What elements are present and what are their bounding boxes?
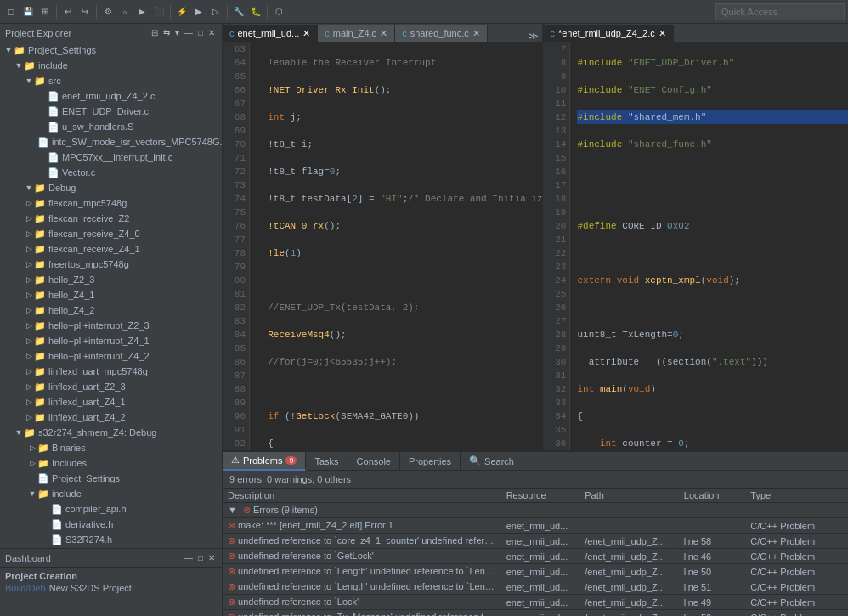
problems-icon: ⚠ <box>231 455 240 466</box>
tab-properties[interactable]: Properties <box>400 452 461 471</box>
right-code-view[interactable]: 7891011 1213141516 1718192021 2223242526… <box>543 42 848 450</box>
toolbar-btn-3[interactable]: ⊞ <box>37 4 53 20</box>
table-row[interactable]: ⊗ undefined reference to `GetLock' enet_… <box>223 549 848 564</box>
tree-item-freertos[interactable]: ▷ 📁 freertos_mpc5748g <box>0 257 222 272</box>
panel-maximize-btn[interactable]: □ <box>196 27 205 38</box>
toolbar-btn-13[interactable]: 🔧 <box>231 4 246 20</box>
tree-item-include2[interactable]: ▼ 📁 include <box>0 486 222 501</box>
panel-collapse-btn[interactable]: ⊟ <box>150 27 160 38</box>
toolbar-btn-5[interactable]: ↪ <box>77 4 93 20</box>
table-row[interactable]: ⊗ undefined reference to `Lock' enet_rmi… <box>223 595 848 610</box>
toolbar-sep-4 <box>227 5 228 19</box>
tree-item-enet-udp-driver[interactable]: 📄 ENET_UDP_Driver.c <box>0 104 222 119</box>
tree-item-flexcan[interactable]: ▷ 📁 flexcan_mpc5748g <box>0 195 222 211</box>
toolbar-btn-11[interactable]: ▶ <box>191 4 206 20</box>
tree-item-derivative[interactable]: 📄 derivative.h <box>0 517 222 532</box>
left-tab-enet-close[interactable]: ✕ <box>302 28 310 39</box>
problems-area[interactable]: 9 errors, 0 warnings, 0 others Descripti… <box>223 471 848 616</box>
panel-menu-btn[interactable]: ▾ <box>173 27 181 38</box>
table-row[interactable]: ⊗ undefined reference to `Length' undefi… <box>223 564 848 579</box>
tab-console[interactable]: Console <box>348 452 400 471</box>
rcode-line-13: #define CORE_ID 0x02 <box>577 219 848 233</box>
left-code-view[interactable]: 6364656667 6869707172 7374757677 7879808… <box>223 42 542 450</box>
tree-item-s32r274-debug[interactable]: ▼ 📁 s32r274_shmem_Z4: Debug <box>0 425 222 440</box>
left-tab-shared-close[interactable]: ✕ <box>472 28 480 39</box>
toolbar-btn-1[interactable]: ◻ <box>3 4 19 20</box>
left-code-lines: !enable the Receiver Interrupt !NET_Driv… <box>250 42 542 450</box>
panel-header-buttons: ⊟ ⇆ ▾ — □ ✕ <box>150 27 217 38</box>
tree-item-enet-file[interactable]: 📄 enet_rmii_udp_Z4_2.c <box>0 88 222 104</box>
tree-item-hello-pll-z23[interactable]: ▷ 📁 hello+pll+interrupt_Z2_3 <box>0 318 222 333</box>
left-tab-main[interactable]: c main_Z4.c ✕ <box>318 25 395 42</box>
toolbar-btn-6[interactable]: ⚙ <box>100 4 116 20</box>
tree-item-flexcan-z40[interactable]: ▷ 📁 flexcan_receive_Z4_0 <box>0 226 222 241</box>
toolbar-btn-9[interactable]: ⬛ <box>151 4 167 20</box>
tree-item-debug1[interactable]: ▼ 📁 Debug <box>0 180 222 195</box>
tree-item-linflexd[interactable]: ▷ 📁 linflexd_uart_mpc5748g <box>0 364 222 379</box>
left-tab-main-icon: c <box>325 28 330 38</box>
right-tab-enet[interactable]: c *enet_rmii_udp_Z4_2.c ✕ <box>543 25 673 42</box>
pane-tab-overflow[interactable]: ≫ <box>525 31 542 42</box>
toolbar-btn-7[interactable]: ⬦ <box>117 4 133 20</box>
tree-item-src[interactable]: ▼ 📁 src <box>0 73 222 88</box>
table-row[interactable]: ⊗ undefined reference to `Length' undefi… <box>223 579 848 595</box>
tree-item-vector[interactable]: 📄 Vector.c <box>0 165 222 180</box>
rcode-line-15: extern void xcptn_xmpl(void); <box>577 274 848 287</box>
tree-item-flexcan-z2[interactable]: ▷ 📁 flexcan_receive_Z2 <box>0 211 222 226</box>
toolbar-btn-14[interactable]: 🐛 <box>248 4 263 20</box>
tab-search[interactable]: 🔍 Search <box>461 452 523 471</box>
tree-item-linflexd-z23[interactable]: ▷ 📁 linflexd_uart_Z2_3 <box>0 379 222 394</box>
tree-item-project-settings[interactable]: ▼ 📁 Project_Settings <box>0 42 222 58</box>
toolbar-sep-2 <box>96 5 97 19</box>
dashboard-maximize-btn[interactable]: □ <box>196 552 205 563</box>
toolbar-btn-2[interactable]: 💾 <box>20 4 36 20</box>
dashboard-minimize-btn[interactable]: — <box>183 552 195 563</box>
toolbar-btn-10[interactable]: ⚡ <box>174 4 189 20</box>
table-row[interactable]: ⊗ make: *** [enet_rmii_Z4_2.elf] Error 1… <box>223 518 848 534</box>
error-group-row[interactable]: ▼ ⊗ Errors (9 items) <box>223 503 848 518</box>
tree-item-s32r274h[interactable]: 📄 S32R274.h <box>0 532 222 547</box>
tree-item-hello-z23[interactable]: ▷ 📁 hello_Z2_3 <box>0 272 222 287</box>
left-tab-enet[interactable]: c enet_rmii_ud... ✕ <box>223 25 318 42</box>
rcode-line-7: #include "ENET_UDP_Driver.h" <box>577 56 848 70</box>
tree-item-includes[interactable]: ▷ 📁 Includes <box>0 455 222 471</box>
code-line-64: !NET_Driver_Rx_Init(); <box>257 83 542 97</box>
tree-item-hello-z41[interactable]: ▷ 📁 hello_Z4_1 <box>0 287 222 302</box>
tree-item-binaries[interactable]: ▷ 📁 Binaries <box>0 440 222 455</box>
tree-item-include[interactable]: ▼ 📁 include <box>0 58 222 73</box>
err-path-7: /enet_rmii_udp_Z... <box>579 610 679 617</box>
right-tab-close[interactable]: ✕ <box>659 28 666 39</box>
main-toolbar: ◻ 💾 ⊞ ↩ ↪ ⚙ ⬦ ▶ ⬛ ⚡ ▶ ▷ 🔧 🐛 ⬡ <box>0 0 848 24</box>
tree-item-proj-settings2[interactable]: 📄 Project_Settings <box>0 471 222 486</box>
tree-item-linflexd-z41[interactable]: ▷ 📁 linflexd_uart_Z4_1 <box>0 394 222 410</box>
project-tree[interactable]: ▼ 📁 Project_Settings ▼ 📁 include ▼ 📁 src… <box>0 42 222 548</box>
table-row[interactable]: ⊗ undefined reference to `Tx_Message' un… <box>223 610 848 617</box>
panel-close-btn[interactable]: ✕ <box>206 27 217 38</box>
panel-minimize-btn[interactable]: — <box>183 27 195 38</box>
tree-item-isr-vectors[interactable]: 📄 intc_SW_mode_isr_vectors_MPC5748G.c <box>0 134 222 150</box>
tab-tasks[interactable]: Tasks <box>306 452 348 471</box>
toolbar-btn-4[interactable]: ↩ <box>60 4 76 20</box>
err-loc-6: line 49 <box>679 595 746 610</box>
left-tab-shared[interactable]: c shared_func.c ✕ <box>395 25 488 42</box>
tree-item-hello-pll-z41[interactable]: ▷ 📁 hello+pll+interrupt_Z4_1 <box>0 333 222 348</box>
err-res-2: enet_rmii_ud... <box>501 534 580 549</box>
tree-item-linflexd-z42[interactable]: ▷ 📁 linflexd_uart_Z4_2 <box>0 410 222 425</box>
tree-item-interrupt-init[interactable]: 📄 MPC57xx__Interrupt_Init.c <box>0 150 222 165</box>
tab-problems[interactable]: ⚠ Problems 9 <box>223 452 306 471</box>
table-row[interactable]: ⊗ undefined reference to `core_z4_1_coun… <box>223 534 848 549</box>
err-res-1: enet_rmii_ud... <box>501 518 580 534</box>
toolbar-btn-8[interactable]: ▶ <box>134 4 150 20</box>
tree-item-hello-z42[interactable]: ▷ 📁 hello_Z4_2 <box>0 302 222 318</box>
tree-item-flexcan-z41[interactable]: ▷ 📁 flexcan_receive_Z4_1 <box>0 241 222 257</box>
panel-link-btn[interactable]: ⇆ <box>161 27 172 38</box>
quick-access-input[interactable] <box>715 3 845 20</box>
error-group-toggle[interactable]: ▼ <box>228 505 237 515</box>
tree-item-compiler-api[interactable]: 📄 compiler_api.h <box>0 501 222 517</box>
tree-item-hello-pll-z42[interactable]: ▷ 📁 hello+pll+interrupt_Z4_2 <box>0 348 222 364</box>
tree-item-sw-handlers[interactable]: 📄 u_sw_handlers.S <box>0 119 222 134</box>
toolbar-btn-15[interactable]: ⬡ <box>271 4 286 20</box>
toolbar-btn-12[interactable]: ▷ <box>208 4 223 20</box>
dashboard-close-btn[interactable]: ✕ <box>206 552 217 563</box>
left-tab-main-close[interactable]: ✕ <box>380 28 387 39</box>
